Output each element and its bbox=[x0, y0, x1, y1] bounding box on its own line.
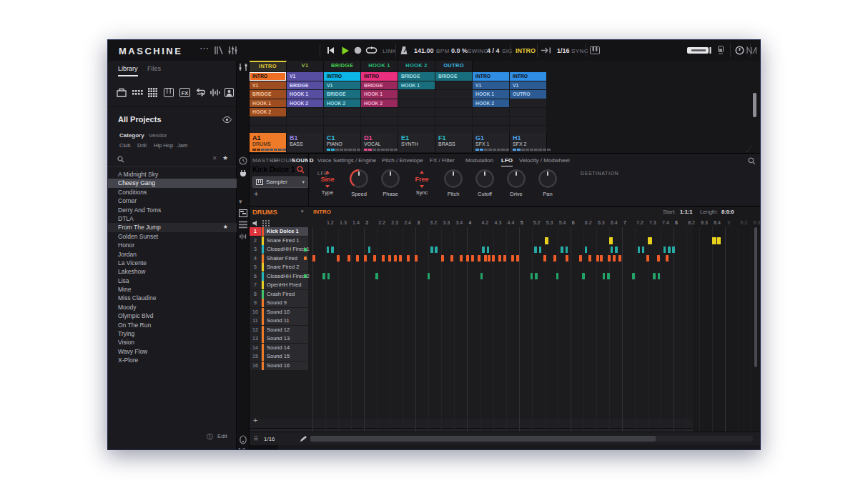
note-event[interactable] bbox=[484, 255, 487, 262]
pattern-cell-f1-bridge[interactable]: BRIDGE bbox=[435, 72, 472, 81]
phase-knob[interactable] bbox=[380, 168, 401, 189]
project-item[interactable]: Lakeshow bbox=[108, 267, 237, 276]
tag-club[interactable]: Club bbox=[119, 142, 130, 149]
note-event[interactable] bbox=[648, 237, 652, 244]
note-event[interactable] bbox=[609, 237, 613, 244]
project-item[interactable]: Corner bbox=[108, 196, 237, 205]
pattern-cell-empty[interactable] bbox=[435, 90, 472, 99]
project-item[interactable]: Cheesy Gang bbox=[108, 179, 237, 187]
param-drive[interactable]: Drive bbox=[500, 168, 532, 197]
sound-row-1[interactable]: 1Kick Dolce 1 bbox=[250, 227, 308, 236]
filter-vendor[interactable]: Vendor bbox=[149, 132, 167, 139]
sync-up-arrow-icon[interactable] bbox=[420, 171, 424, 174]
plugin-tab-voice-settings-engine[interactable]: Voice Settings / Engine bbox=[317, 157, 376, 166]
note-event[interactable] bbox=[588, 255, 591, 262]
control-search-icon[interactable] bbox=[748, 157, 756, 165]
group-label-a1[interactable]: A1DRUMS bbox=[250, 133, 287, 152]
note-event[interactable] bbox=[608, 255, 611, 262]
sound-row-4[interactable]: 4Shaker Fired bbox=[250, 254, 308, 263]
project-item[interactable]: DTLA bbox=[108, 214, 237, 223]
sound-row-12[interactable]: 12Sound 12 bbox=[250, 326, 308, 334]
pencil-edit-icon[interactable] bbox=[300, 435, 307, 442]
scene-tab-bridge[interactable]: BRIDGE bbox=[324, 61, 361, 71]
sound-name[interactable]: Kick Dolce 1 bbox=[252, 166, 295, 174]
type-down-arrow-icon[interactable] bbox=[325, 185, 330, 188]
plugin-tab-lfo[interactable]: LFO bbox=[501, 157, 513, 166]
resize-handle-icon[interactable]: ⋰ bbox=[746, 146, 752, 152]
pitch-knob[interactable] bbox=[443, 168, 464, 189]
note-event[interactable] bbox=[382, 255, 385, 262]
param-speed[interactable]: Speed bbox=[343, 168, 375, 197]
note-event[interactable] bbox=[646, 255, 649, 262]
group-label-b1[interactable]: B1BASS bbox=[287, 133, 324, 152]
pattern-cell-empty[interactable] bbox=[398, 108, 435, 116]
sound-search-icon[interactable] bbox=[297, 166, 305, 174]
current-section-display[interactable]: INTRO bbox=[516, 47, 536, 54]
tag-hiphop[interactable]: Hip Hop bbox=[154, 142, 173, 149]
note-event[interactable] bbox=[556, 273, 559, 279]
play-button[interactable] bbox=[341, 46, 350, 55]
record-quantize-icon[interactable] bbox=[239, 435, 247, 444]
note-event[interactable] bbox=[460, 255, 463, 262]
note-event[interactable] bbox=[603, 273, 606, 279]
note-event[interactable] bbox=[516, 255, 519, 262]
note-event[interactable] bbox=[672, 247, 675, 253]
note-event[interactable] bbox=[611, 247, 613, 253]
sync-value[interactable]: Free bbox=[406, 176, 438, 183]
pattern-cell-e1-hook1[interactable]: HOOK 1 bbox=[398, 81, 435, 90]
audio-view-icon[interactable] bbox=[239, 232, 247, 241]
pattern-length-value[interactable]: 8:0:0 bbox=[721, 209, 734, 215]
note-event[interactable] bbox=[430, 247, 433, 253]
project-item[interactable]: Derry And Toms bbox=[108, 206, 237, 214]
pattern-cell-d1-bridge[interactable]: BRIDGE bbox=[361, 81, 398, 90]
note-event[interactable] bbox=[613, 255, 616, 262]
pattern-cell-empty[interactable] bbox=[435, 108, 472, 116]
pattern-cell-h1-v1[interactable]: V1 bbox=[510, 81, 546, 90]
note-event[interactable] bbox=[539, 247, 542, 253]
type-up-arrow-icon[interactable] bbox=[325, 171, 330, 174]
pattern-cell-b1-hook1[interactable]: HOOK 1 bbox=[287, 90, 323, 99]
note-event[interactable] bbox=[388, 255, 391, 262]
follow-icon[interactable] bbox=[541, 47, 551, 54]
plugin-tab-modulation[interactable]: Modulation bbox=[465, 157, 493, 166]
tab-files[interactable]: Files bbox=[147, 65, 161, 75]
sound-row-16[interactable]: 16Sound 16 bbox=[250, 362, 308, 370]
note-event[interactable] bbox=[327, 273, 330, 279]
note-event[interactable] bbox=[428, 273, 430, 279]
record-button[interactable] bbox=[354, 46, 362, 54]
link-toggle[interactable]: LINK bbox=[383, 48, 396, 54]
add-plugin-button[interactable]: + bbox=[254, 189, 258, 198]
pattern-cell-d1-hook1[interactable]: HOOK 1 bbox=[361, 90, 398, 99]
note-event[interactable] bbox=[618, 255, 621, 262]
note-event[interactable] bbox=[407, 255, 410, 262]
metronome-icon[interactable] bbox=[400, 46, 408, 55]
note-event[interactable] bbox=[441, 255, 444, 262]
pattern-cell-empty[interactable] bbox=[398, 99, 435, 108]
add-sound-button[interactable]: + bbox=[253, 416, 257, 424]
cutoff-knob[interactable] bbox=[474, 168, 495, 189]
project-item[interactable]: From The Jump★ bbox=[108, 223, 237, 231]
arrange-view-icon[interactable] bbox=[239, 63, 247, 71]
project-item[interactable]: Wavy Flow bbox=[108, 347, 237, 356]
project-star-icon[interactable]: ★ bbox=[223, 223, 228, 231]
pattern-cell-e1-bridge[interactable]: BRIDGE bbox=[398, 72, 435, 81]
plugin-tab-velocity-modwheel[interactable]: Velocity / Modwheel bbox=[519, 157, 570, 166]
pattern-cell-empty[interactable] bbox=[510, 117, 546, 126]
note-event[interactable] bbox=[511, 255, 514, 262]
horizontal-scrollbar[interactable] bbox=[310, 436, 753, 442]
pattern-cell-empty[interactable] bbox=[473, 117, 509, 126]
note-event[interactable] bbox=[312, 255, 315, 262]
note-event[interactable] bbox=[664, 247, 666, 253]
note-grid-background[interactable] bbox=[250, 206, 693, 419]
restart-button[interactable] bbox=[327, 46, 335, 54]
pattern-cell-c1-bridge[interactable]: BRIDGE bbox=[324, 90, 360, 99]
type-value[interactable]: Sine bbox=[312, 176, 343, 183]
drive-knob[interactable] bbox=[505, 168, 527, 189]
note-event[interactable] bbox=[566, 255, 568, 262]
note-event[interactable] bbox=[322, 273, 325, 279]
pattern-cell-g1-v1[interactable]: V1 bbox=[473, 81, 509, 90]
pattern-cell-empty[interactable] bbox=[435, 99, 472, 108]
arranger-scrollbar[interactable] bbox=[753, 93, 756, 117]
note-event[interactable] bbox=[337, 255, 340, 262]
plugin-plug-icon[interactable] bbox=[239, 169, 247, 178]
